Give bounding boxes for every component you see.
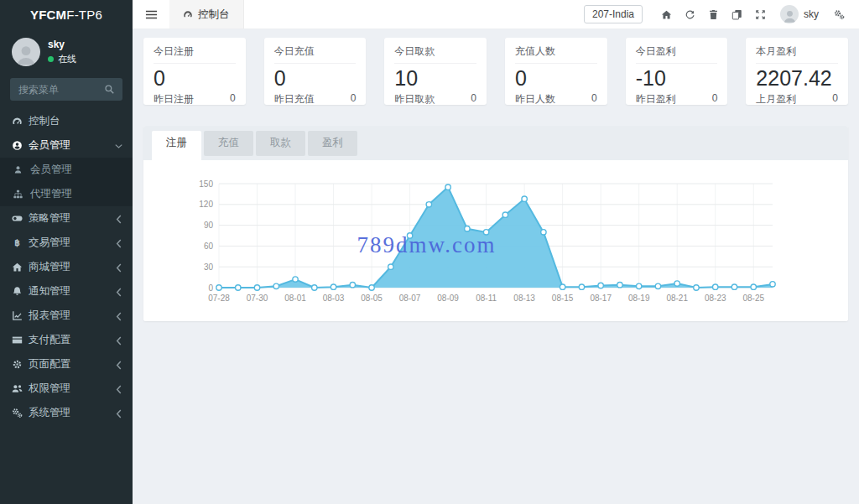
svg-text:90: 90 <box>204 221 214 230</box>
chevron-left-icon <box>115 263 122 271</box>
svg-text:08-03: 08-03 <box>323 294 345 303</box>
copy-icon[interactable] <box>725 0 748 29</box>
sidebar-item-label: 控制台 <box>29 114 60 128</box>
stat-sub-value: 0 <box>471 92 476 107</box>
user-icon <box>13 165 30 174</box>
svg-text:08-15: 08-15 <box>552 294 574 303</box>
svg-text:60: 60 <box>204 242 214 251</box>
navbar-avatar[interactable] <box>780 5 799 23</box>
sidebar-toggle-icon[interactable] <box>133 0 169 29</box>
sidebar-item-label: 交易管理 <box>29 236 70 250</box>
sidebar-item-label: 报表管理 <box>29 309 70 323</box>
svg-text:150: 150 <box>199 179 213 189</box>
stat-card-today-withdraw: 今日取款 10 昨日取款0 <box>384 38 487 105</box>
tab-dashboard[interactable]: 控制台 <box>169 0 244 29</box>
tab-deposit[interactable]: 充值 <box>204 131 253 156</box>
stat-title: 今日注册 <box>154 44 236 64</box>
tachometer-icon <box>12 116 29 127</box>
sidebar-item-permission[interactable]: 权限管理 <box>0 377 133 401</box>
sidebar-submenu-members: 会员管理 代理管理 <box>0 158 133 206</box>
stat-title: 充值人数 <box>515 44 597 64</box>
sidebar-item-report[interactable]: 报表管理 <box>0 304 133 328</box>
brand-logo[interactable]: YFCMF-TP6 <box>0 0 133 29</box>
sidebar-item-strategy[interactable]: 策略管理 <box>0 206 133 231</box>
stat-card-today-deposit: 今日充值 0 昨日充值0 <box>264 38 367 105</box>
sidebar-item-page-config[interactable]: 页面配置 <box>0 352 133 377</box>
svg-text:08-01: 08-01 <box>284 294 306 303</box>
chevron-left-icon <box>115 361 122 368</box>
svg-text:08-11: 08-11 <box>476 294 497 303</box>
chevron-left-icon <box>115 409 122 417</box>
chevron-down-icon <box>115 142 122 149</box>
navbar-right: 207-India sky <box>584 0 859 29</box>
fullscreen-icon[interactable] <box>748 0 772 29</box>
navbar-username[interactable]: sky <box>804 8 819 20</box>
sidebar-search <box>10 78 122 101</box>
stat-sub-label: 昨日充值 <box>274 92 315 107</box>
tab-withdraw[interactable]: 取款 <box>256 131 305 156</box>
sidebar: YFCMF-TP6 sky 在线 控制台 会员管理 会员管理 <box>0 0 133 504</box>
sidebar-item-notice[interactable]: 通知管理 <box>0 279 133 304</box>
sitemap-icon <box>13 190 30 199</box>
user-panel: sky 在线 <box>0 29 133 73</box>
chart-card: 注册 充值 取款 盈利 789dmw.com030609012015007-28… <box>143 126 848 321</box>
top-navbar: 控制台 207-India sky <box>133 0 859 29</box>
stat-sub-label: 昨日人数 <box>515 92 555 107</box>
stat-title: 本月盈利 <box>756 44 838 64</box>
sidebar-item-label: 支付配置 <box>29 333 70 347</box>
sidebar-item-system[interactable]: 系统管理 <box>0 401 133 425</box>
trash-icon[interactable] <box>701 0 725 29</box>
sidebar-item-label: 系统管理 <box>29 406 70 420</box>
sidebar-menu: 控制台 会员管理 会员管理 代理管理 策略管理 ฿ 交易管理 <box>0 109 133 425</box>
search-icon[interactable] <box>104 83 117 96</box>
sidebar-item-mall[interactable]: 商城管理 <box>0 255 133 279</box>
online-dot-icon <box>48 56 54 62</box>
credit-card-icon <box>12 335 29 346</box>
home-icon[interactable] <box>654 0 678 29</box>
stat-value: 0 <box>274 65 357 91</box>
sidebar-item-label: 通知管理 <box>29 284 70 299</box>
sidebar-item-members[interactable]: 会员管理 <box>0 133 133 158</box>
stat-sub-value: 0 <box>230 92 236 107</box>
svg-text:0: 0 <box>208 283 213 293</box>
svg-text:07-30: 07-30 <box>247 294 268 303</box>
svg-text:08-09: 08-09 <box>437 294 459 303</box>
chevron-left-icon <box>115 336 122 344</box>
svg-text:08-07: 08-07 <box>399 294 421 303</box>
username: sky <box>48 39 76 50</box>
users-icon <box>12 383 29 394</box>
stat-value: 0 <box>154 65 236 91</box>
refresh-icon[interactable] <box>678 0 701 29</box>
sidebar-subitem-agent-manage[interactable]: 代理管理 <box>0 182 133 206</box>
stat-sub-value: 0 <box>712 92 718 107</box>
stat-sub-value: 0 <box>591 92 597 107</box>
svg-text:08-23: 08-23 <box>705 294 726 303</box>
bell-icon <box>12 286 29 297</box>
chart-body: 789dmw.com030609012015007-2807-3008-0108… <box>143 160 848 321</box>
brand-bold: YFCM <box>30 8 66 22</box>
sidebar-item-dashboard[interactable]: 控制台 <box>0 109 133 133</box>
cogs-icon <box>12 408 29 418</box>
sidebar-item-label: 商城管理 <box>29 260 70 274</box>
svg-text:789dmw.com: 789dmw.com <box>357 232 497 257</box>
svg-text:08-21: 08-21 <box>666 294 688 303</box>
sidebar-item-payment[interactable]: 支付配置 <box>0 328 133 352</box>
tab-register[interactable]: 注册 <box>152 131 201 160</box>
tab-profit[interactable]: 盈利 <box>308 131 357 156</box>
stat-card-today-register: 今日注册 0 昨日注册0 <box>143 38 246 105</box>
svg-text:08-17: 08-17 <box>590 294 612 303</box>
stat-sub-label: 昨日注册 <box>154 92 194 107</box>
svg-text:08-25: 08-25 <box>742 294 764 303</box>
cogs-icon[interactable] <box>827 0 851 29</box>
stat-card-deposit-users: 充值人数 0 昨日人数0 <box>505 38 607 105</box>
chevron-left-icon <box>115 288 122 295</box>
tab-label: 控制台 <box>198 8 230 22</box>
main-content: 今日注册 0 昨日注册0 今日充值 0 昨日充值0 今日取款 10 昨日取款0 … <box>133 29 859 504</box>
stat-card-month-profit: 本月盈利 2207.42 上月盈利0 <box>746 38 848 105</box>
chevron-left-icon <box>115 239 122 247</box>
sidebar-item-trade[interactable]: ฿ 交易管理 <box>0 231 133 255</box>
sidebar-subitem-member-manage[interactable]: 会员管理 <box>0 158 133 182</box>
toggle-icon <box>12 213 29 224</box>
region-button[interactable]: 207-India <box>584 5 643 23</box>
user-circle-icon <box>12 140 29 151</box>
